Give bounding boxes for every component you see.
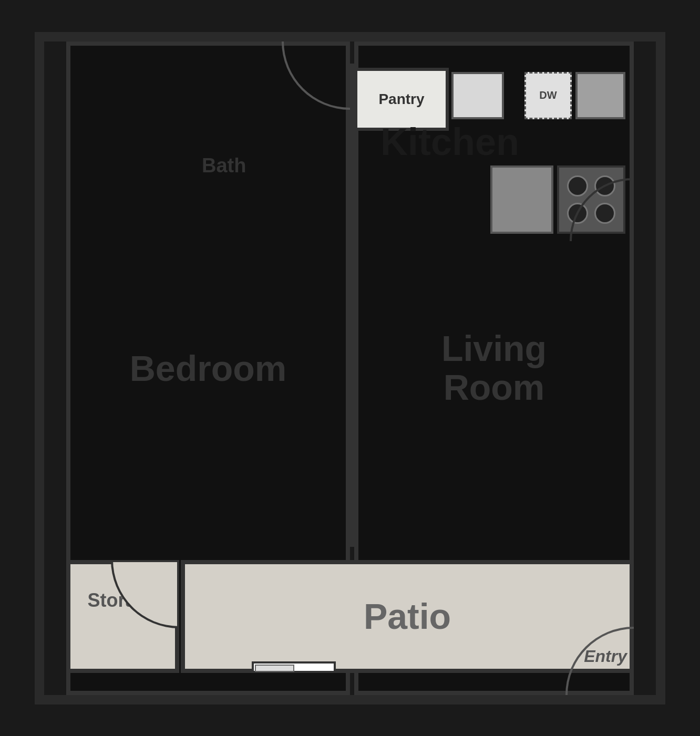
storage-door-line-v — [177, 560, 179, 628]
bedroom-label: Bedroom — [130, 348, 286, 389]
patio-label: Patio — [364, 596, 451, 637]
bath-label: Bath — [202, 154, 246, 177]
kitchen-label: Kitchen — [380, 120, 519, 163]
stove-burner-tl — [567, 175, 588, 196]
dishwasher: DW — [524, 72, 572, 119]
storage-room: Storage — [66, 560, 179, 673]
bedroom-door-arc — [282, 42, 350, 110]
storage-door-line-h — [111, 560, 179, 562]
dividing-wall — [350, 242, 358, 547]
kitchen-sink — [451, 72, 504, 119]
sliding-door — [252, 661, 336, 673]
entry-label: Entry — [584, 647, 627, 666]
living-room-label: LivingRoom — [441, 329, 547, 408]
counter-corner — [575, 72, 625, 119]
dishwasher-label: DW — [539, 89, 557, 101]
pantry-label: Pantry — [378, 91, 424, 108]
counter-bottom — [490, 165, 553, 234]
sliding-door-panel — [255, 665, 294, 672]
storage-door-arc — [111, 560, 179, 628]
floor-plan: Closet Bath Linen Pantry — [35, 32, 665, 704]
patio: Patio — [181, 560, 634, 673]
